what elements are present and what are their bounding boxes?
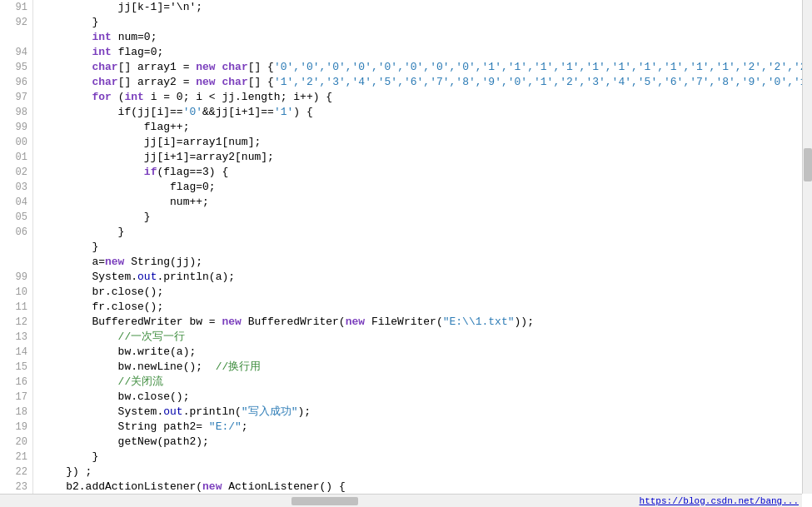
code-segment: .println(a); xyxy=(157,271,235,283)
code-line: } xyxy=(40,225,812,240)
code-segment: ActionListener() { xyxy=(222,480,345,493)
code-segment: } xyxy=(40,241,98,253)
line-number: 99 xyxy=(0,270,32,285)
code-segment: FileWriter( xyxy=(365,316,443,328)
line-number: 17 xyxy=(0,390,32,405)
code-segment: bw.newLine(); xyxy=(40,360,216,373)
line-number: 22 xyxy=(0,465,32,480)
code-segment: }) ; xyxy=(40,465,92,478)
line-number xyxy=(0,255,32,270)
line-number: 12 xyxy=(0,315,32,330)
line-number: 11 xyxy=(0,300,32,315)
line-number: 21 xyxy=(0,450,32,465)
line-number: 10 xyxy=(0,285,32,300)
code-line: a=new String(jj); xyxy=(40,255,812,270)
line-number xyxy=(0,240,32,255)
code-segment: int xyxy=(92,31,111,43)
code-line: //关闭流 xyxy=(40,375,812,390)
code-segment: new xyxy=(105,256,124,268)
line-number: 95 xyxy=(0,60,32,75)
code-segment: num++; xyxy=(40,196,209,208)
code-line: char[] array1 = new char[] {'0','0','0',… xyxy=(40,60,812,75)
code-segment: [] array2 = xyxy=(118,76,197,88)
line-number: 18 xyxy=(0,405,32,420)
code-segment: char xyxy=(92,76,117,88)
code-segment: ); xyxy=(297,405,311,418)
code-segment: b2.addActionListener( xyxy=(40,480,202,493)
code-line: getNew(path2); xyxy=(40,435,812,450)
code-segment: System. xyxy=(40,271,137,283)
code-segment: String path2= xyxy=(40,420,209,433)
scrollbar-thumb-h[interactable] xyxy=(291,497,358,505)
code-segment: [] array1 = xyxy=(118,61,197,73)
code-segment: flag++; xyxy=(40,121,189,133)
scrollbar-thumb-v[interactable] xyxy=(804,148,812,181)
code-segment xyxy=(40,31,92,43)
line-number: 97 xyxy=(0,90,32,105)
code-segment: new xyxy=(222,316,241,328)
code-line: flag++; xyxy=(40,120,812,135)
line-number: 06 xyxy=(0,225,32,240)
code-segment: &&jj[i+1]== xyxy=(202,106,274,118)
bottom-bar: https://blog.csdn.net/bang... xyxy=(0,494,802,507)
code-line: fr.close(); xyxy=(40,300,812,315)
code-line: bw.newLine(); //换行用 xyxy=(40,360,812,375)
line-number: 02 xyxy=(0,165,32,180)
code-line: jj[k-1]='\n'; xyxy=(40,0,812,15)
bottom-url[interactable]: https://blog.csdn.net/bang... xyxy=(640,496,799,506)
code-segment: jj[i]=array1[num]; xyxy=(40,136,261,148)
code-line: }) ; xyxy=(40,465,812,480)
line-number: 96 xyxy=(0,75,32,90)
code-segment: [] { xyxy=(248,61,274,73)
line-number: 04 xyxy=(0,195,32,210)
code-segment: char xyxy=(92,61,117,73)
code-area[interactable]: jj[k-1]='\n'; } int num=0; int flag=0; c… xyxy=(33,0,812,507)
line-number: 94 xyxy=(0,45,32,60)
code-segment: fr.close(); xyxy=(40,301,163,313)
code-line: b2.addActionListener(new ActionListener(… xyxy=(40,480,812,495)
code-segment: '1' xyxy=(274,106,293,118)
code-segment: } xyxy=(40,16,98,28)
code-segment: (flag==3) { xyxy=(157,166,228,178)
code-segment: if xyxy=(144,166,157,178)
code-line: num++; xyxy=(40,195,812,210)
code-line: int num=0; xyxy=(40,30,812,45)
code-segment: i = 0; i < jj.length; i++) { xyxy=(144,91,332,103)
code-segment: new xyxy=(346,316,365,328)
code-line: bw.write(a); xyxy=(40,345,812,360)
code-line: } xyxy=(40,15,812,30)
line-number: 01 xyxy=(0,150,32,165)
line-number xyxy=(0,30,32,45)
line-number: 92 xyxy=(0,15,32,30)
code-segment: jj[i+1]=array2[num]; xyxy=(40,151,274,163)
code-line: flag=0; xyxy=(40,180,812,195)
code-segment: flag=0; xyxy=(40,181,216,193)
code-segment xyxy=(40,61,92,73)
code-segment: bw.write(a); xyxy=(40,345,196,358)
line-number: 13 xyxy=(0,330,32,345)
code-segment xyxy=(40,91,92,103)
vertical-scrollbar[interactable] xyxy=(802,0,812,494)
code-segment: "E:\\1.txt" xyxy=(443,316,515,328)
line-number: 91 xyxy=(0,0,32,15)
code-segment: System. xyxy=(40,405,163,418)
code-line: System.out.println("写入成功"); xyxy=(40,405,812,420)
code-segment: //关闭流 xyxy=(40,375,163,388)
code-segment: BufferedWriter bw = xyxy=(40,316,222,328)
code-segment: )); xyxy=(515,316,534,328)
code-segment: new xyxy=(202,480,222,493)
code-segment: jj[k-1]='\n'; xyxy=(40,1,202,13)
code-segment: new xyxy=(196,76,215,88)
code-segment: out xyxy=(137,271,157,283)
code-line: for (int i = 0; i < jj.length; i++) { xyxy=(40,90,812,105)
line-number: 03 xyxy=(0,180,32,195)
code-line: jj[i+1]=array2[num]; xyxy=(40,150,812,165)
code-segment: } xyxy=(40,226,124,238)
line-number: 00 xyxy=(0,135,32,150)
code-segment: '0' xyxy=(183,106,202,118)
code-line: //一次写一行 xyxy=(40,330,812,345)
line-number: 98 xyxy=(0,105,32,120)
code-segment: '1','2','3','4','5','6','7','8','9','0',… xyxy=(274,76,812,88)
code-segment: [] { xyxy=(248,76,274,88)
code-line: } xyxy=(40,450,812,465)
